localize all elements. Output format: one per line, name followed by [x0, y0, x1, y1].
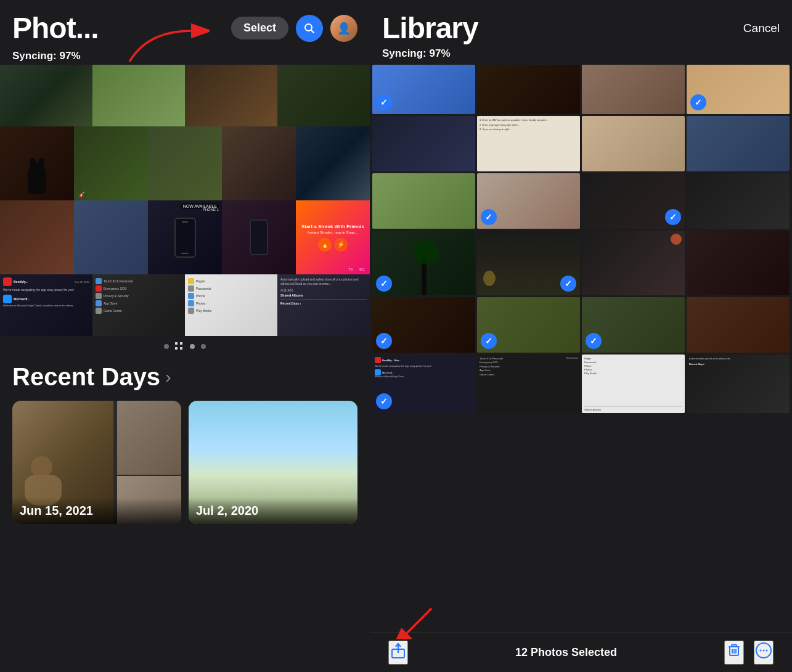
- photo-cell[interactable]: Automatically upload and safely store al…: [277, 274, 370, 336]
- photo-cell[interactable]: [0, 126, 74, 200]
- more-button[interactable]: [754, 641, 774, 665]
- right-photo-cell-15[interactable]: [687, 231, 790, 295]
- check-icon-18: ✓: [586, 333, 602, 349]
- check-icon-10: ✓: [665, 209, 681, 225]
- annotation-arrow: [111, 18, 210, 68]
- right-photo-cell-last[interactable]: Automatically upload and safely store...…: [687, 354, 790, 413]
- search-icon: [303, 22, 316, 35]
- photo-cell[interactable]: Pages Passwords Phone Photos: [185, 274, 277, 336]
- pagination-dot-4[interactable]: [201, 344, 206, 349]
- right-photo-cell-settings[interactable]: Touch ID & Passcode Emergency SOS Privac…: [477, 354, 580, 413]
- check-icon-12: ✓: [376, 276, 392, 292]
- photo-cell[interactable]: [0, 65, 92, 126]
- trash-icon: [725, 642, 743, 659]
- right-photo-cell-1[interactable]: [477, 65, 580, 114]
- photo-cell[interactable]: [222, 126, 296, 200]
- right-title: Library: [382, 11, 478, 45]
- more-icon: [755, 642, 772, 659]
- select-button[interactable]: Select: [231, 17, 288, 39]
- right-grid-row-3: ✓ ✓: [372, 173, 790, 229]
- delete-button[interactable]: [724, 641, 744, 665]
- pagination-dot-3[interactable]: [190, 344, 195, 349]
- photo-cell[interactable]: [185, 65, 277, 126]
- pagination-dot-grid[interactable]: [175, 342, 184, 351]
- left-photo-grid: 🎸 NOW AVAILABLE PHONE 1: [0, 65, 370, 336]
- right-photo-cell-7[interactable]: [687, 116, 790, 171]
- left-header-actions: Select 👤: [231, 15, 357, 42]
- right-grid-row-2: ✓ 1. Drive by DAY as much as possible. I…: [372, 116, 790, 171]
- cancel-button[interactable]: Cancel: [743, 22, 780, 35]
- right-syncing-text: Syncing: 97%: [370, 45, 792, 62]
- pagination-dots: [0, 336, 370, 357]
- right-photo-cell-6[interactable]: [582, 116, 685, 171]
- photo-cell[interactable]: [74, 200, 148, 274]
- right-photo-cell-18[interactable]: ✓: [582, 297, 685, 353]
- photo-cell[interactable]: [296, 126, 370, 200]
- day-card-2-label: Jul 2, 2020: [189, 498, 357, 524]
- bottom-bar: 12 Photos Selected: [370, 633, 792, 672]
- recent-days-chevron[interactable]: ›: [165, 367, 171, 387]
- photo-cell[interactable]: 🎸: [74, 126, 148, 200]
- pagination-dot-1[interactable]: [164, 344, 169, 349]
- svg-point-12: [763, 650, 765, 652]
- right-panel: Library Cancel Syncing: 97% ✓ ✓ ✓ 1. Dri…: [370, 0, 792, 672]
- photo-cell[interactable]: Start a Streak With Friends Instant Stre…: [296, 200, 370, 274]
- avatar-image: 👤: [330, 15, 357, 42]
- photo-cell[interactable]: [222, 200, 296, 274]
- svg-line-1: [311, 30, 314, 33]
- right-photo-cell-notif[interactable]: BookMy... Sho... We've made navigating t…: [372, 354, 475, 413]
- right-grid-row-4: ✓ ✓: [372, 231, 790, 295]
- photo-row-2: 🎸: [0, 126, 370, 200]
- check-icon-16: ✓: [376, 333, 392, 349]
- photo-cell[interactable]: [0, 200, 74, 274]
- check-icon-13: ✓: [560, 276, 576, 292]
- bottom-annotation-arrow: [394, 602, 456, 639]
- photo-cell[interactable]: Touch ID & Passcode Emergency SOS Privac…: [92, 274, 185, 336]
- share-icon: [390, 642, 407, 659]
- photo-row-4: BookMy... Feb 25, 2024 We've made naviga…: [0, 274, 370, 336]
- right-photo-cell-8[interactable]: [372, 173, 475, 229]
- right-header: Library Cancel: [370, 0, 792, 45]
- check-icon-9: ✓: [481, 209, 497, 225]
- right-photo-cell-19[interactable]: [687, 297, 790, 353]
- selected-count-text: 12 Photos Selected: [515, 646, 617, 659]
- recent-days-section: Recent Days ›: [0, 357, 370, 524]
- svg-point-11: [760, 650, 762, 652]
- right-photo-cell-icloud[interactable]: Pages Passwords Phone Photos Play Books …: [582, 354, 685, 413]
- day-card-1[interactable]: Jun 15, 2021: [12, 401, 181, 524]
- share-button[interactable]: [388, 641, 408, 665]
- photo-cell[interactable]: [92, 65, 185, 126]
- right-photo-cell-2[interactable]: [582, 65, 685, 114]
- photo-cell[interactable]: BookMy... Feb 25, 2024 We've made naviga…: [0, 274, 92, 336]
- day-card-2[interactable]: Jul 2, 2020: [189, 401, 357, 524]
- day-card-1-label: Jun 15, 2021: [12, 498, 181, 524]
- left-title: Phot...: [12, 11, 99, 45]
- right-photo-cell-9[interactable]: ✓: [477, 173, 580, 229]
- right-photo-cell-5[interactable]: ✓ 1. Drive by DAY as much as possible. I…: [477, 116, 580, 171]
- day-card-1-side-top: [117, 401, 181, 475]
- right-photo-cell-12[interactable]: ✓: [372, 231, 475, 295]
- photo-row-1: [0, 65, 370, 126]
- right-photo-cell-16[interactable]: ✓: [372, 297, 475, 353]
- photo-cell[interactable]: [148, 126, 222, 200]
- right-photo-cell-4[interactable]: [372, 116, 475, 171]
- right-grid-row-6: BookMy... Sho... We've made navigating t…: [372, 354, 790, 413]
- right-grid-row-1: ✓ ✓: [372, 65, 790, 114]
- photo-row-3: NOW AVAILABLE PHONE 1 Start a Streak Wit…: [0, 200, 370, 274]
- right-photo-cell-17[interactable]: ✓: [477, 297, 580, 353]
- photo-cell[interactable]: NOW AVAILABLE PHONE 1: [148, 200, 222, 274]
- right-photo-cell-11[interactable]: [687, 173, 790, 229]
- left-panel: Phot... Select 👤 Syncing: 97%: [0, 0, 370, 672]
- recent-days-grid: Jun 15, 2021 Jul 2, 2020: [12, 401, 357, 524]
- check-icon-17: ✓: [481, 333, 497, 349]
- right-photo-cell-14[interactable]: [582, 231, 685, 295]
- right-photo-cell-3[interactable]: ✓: [687, 65, 790, 114]
- photo-cell[interactable]: [277, 65, 370, 126]
- right-photo-cell-0[interactable]: ✓: [372, 65, 475, 114]
- avatar[interactable]: 👤: [330, 15, 357, 42]
- search-button[interactable]: [296, 15, 323, 42]
- right-photo-cell-13[interactable]: ✓: [477, 231, 580, 295]
- right-photo-cell-10[interactable]: ✓: [582, 173, 685, 229]
- check-icon-3: ✓: [690, 94, 706, 110]
- right-grid-row-5: ✓ ✓ ✓: [372, 297, 790, 353]
